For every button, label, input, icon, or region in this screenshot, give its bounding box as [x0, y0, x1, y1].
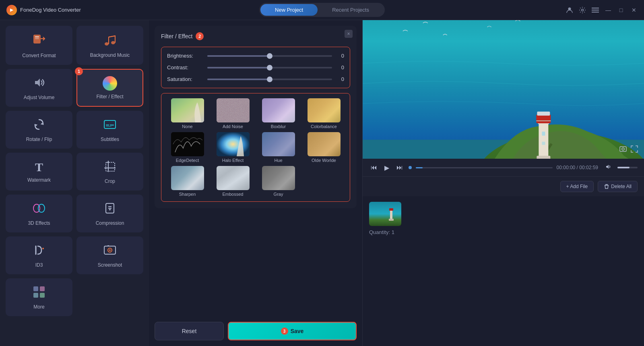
filter-sharpen[interactable]: Sharpen: [166, 166, 208, 197]
svg-rect-44: [536, 114, 551, 123]
svg-line-10: [109, 36, 115, 37]
current-time: 00:00:00: [557, 165, 576, 170]
skip-forward-button[interactable]: ⏭: [395, 163, 405, 172]
sidebar-item-rotate-flip[interactable]: Rotate / Flip: [6, 111, 72, 149]
new-project-tab[interactable]: New Project: [260, 4, 318, 16]
progress-track[interactable]: [416, 167, 553, 168]
brightness-thumb[interactable]: [267, 53, 272, 59]
sidebar-item-compression[interactable]: Compression: [76, 195, 143, 232]
filter-effect-badge: 1: [75, 67, 83, 75]
svg-rect-52: [369, 202, 401, 226]
brightness-track[interactable]: [207, 55, 332, 57]
3d-effects-icon: [32, 201, 46, 217]
more-label: More: [33, 304, 44, 310]
volume-bar[interactable]: [617, 167, 638, 168]
svg-point-1: [582, 9, 584, 11]
progress-fill: [416, 167, 423, 168]
filter-gray-label: Gray: [274, 192, 283, 197]
convert-format-icon: [32, 32, 46, 50]
reset-button[interactable]: Reset: [155, 322, 224, 340]
svg-point-23: [42, 248, 44, 249]
playback-dot: [409, 166, 412, 169]
filter-panel: Filter / Effect 2 × Brightness: 0 Contra…: [155, 26, 357, 208]
menu-icon[interactable]: [592, 6, 599, 14]
saturation-thumb[interactable]: [267, 77, 272, 82]
svg-rect-27: [107, 245, 109, 247]
filter-boxblur[interactable]: Boxblur: [257, 98, 299, 129]
maximize-button[interactable]: □: [617, 6, 625, 14]
svg-rect-50: [620, 147, 626, 151]
settings-icon[interactable]: [579, 6, 586, 14]
add-file-button[interactable]: + Add File: [560, 181, 594, 192]
minimize-button[interactable]: —: [605, 6, 612, 14]
fullscreen-button[interactable]: [630, 145, 638, 155]
saturation-track[interactable]: [207, 79, 332, 80]
filter-add-noise[interactable]: Add Noise: [212, 98, 254, 129]
contrast-row: Contrast: 0: [167, 64, 344, 70]
filter-none[interactable]: None: [166, 98, 208, 129]
contrast-fill: [207, 67, 270, 68]
background-music-icon: [103, 33, 117, 49]
file-mgmt: + Add File Delete All: [363, 176, 644, 196]
panel-close-button[interactable]: ×: [345, 30, 353, 38]
sidebar: Convert Format Background Music Adjust V…: [0, 20, 149, 346]
filter-panel-badge: 2: [196, 32, 204, 40]
filter-halo-effect[interactable]: Halo Effect: [212, 132, 254, 163]
sidebar-item-crop[interactable]: Crop: [76, 153, 143, 191]
user-icon[interactable]: [566, 6, 573, 14]
filter-edge-detect-thumb: [171, 132, 204, 156]
sliders-section: Brightness: 0 Contrast: 0: [161, 47, 350, 88]
sidebar-item-adjust-volume[interactable]: Adjust Volume: [6, 69, 72, 107]
sidebar-item-background-music[interactable]: Background Music: [76, 26, 143, 65]
filter-effect-label: Filter / Effect: [96, 94, 123, 99]
svg-rect-30: [33, 293, 38, 298]
recent-projects-tab[interactable]: Recent Projects: [318, 4, 384, 16]
svg-rect-35: [171, 132, 204, 156]
app-title: FoneDog Video Converter: [20, 7, 81, 13]
filters-section: None Add Noise: [161, 93, 350, 202]
filter-gray[interactable]: Gray: [257, 166, 299, 197]
svg-rect-31: [40, 293, 45, 298]
contrast-track[interactable]: [207, 67, 332, 68]
svg-point-26: [109, 249, 111, 251]
sidebar-item-watermark[interactable]: T Watermark: [6, 153, 72, 191]
filter-hue[interactable]: Hue: [257, 132, 299, 163]
screenshot-preview-button[interactable]: [619, 145, 627, 155]
save-button[interactable]: 3 Save: [228, 322, 357, 340]
panel-area: Filter / Effect 2 × Brightness: 0 Contra…: [149, 20, 362, 346]
sidebar-item-convert-format[interactable]: Convert Format: [6, 26, 72, 65]
filter-colorbalance[interactable]: Colorbalance: [303, 98, 345, 129]
save-label: Save: [291, 328, 304, 334]
saturation-row: Saturation: 0: [167, 76, 344, 82]
file-thumbnail[interactable]: [369, 202, 401, 226]
sidebar-item-screenshot[interactable]: Screenshot: [76, 236, 143, 274]
sidebar-item-filter-effect[interactable]: 1 Filter / Effect: [76, 69, 143, 107]
video-preview: [363, 20, 644, 159]
filter-none-label: None: [182, 124, 192, 129]
filter-olde-worlde[interactable]: Olde Worlde: [303, 132, 345, 163]
title-bar: ▶ FoneDog Video Converter New Project Re…: [0, 0, 644, 20]
filter-sharpen-thumb: [171, 166, 204, 190]
delete-all-button[interactable]: Delete All: [598, 181, 638, 192]
adjust-volume-label: Adjust Volume: [24, 95, 55, 100]
svg-rect-48: [542, 132, 545, 136]
skip-back-button[interactable]: ⏮: [369, 163, 379, 172]
thumb-scene-svg: [369, 202, 401, 226]
sidebar-item-more[interactable]: More: [6, 278, 72, 316]
filter-colorbalance-label: Colorbalance: [311, 124, 337, 129]
filter-edge-detect[interactable]: EdgeDetect: [166, 132, 208, 163]
svg-rect-47: [537, 156, 550, 159]
brightness-row: Brightness: 0: [167, 53, 344, 59]
sidebar-item-id3[interactable]: ID3: [6, 236, 72, 274]
svg-rect-2: [592, 8, 599, 8]
play-button[interactable]: ▶: [383, 163, 391, 172]
svg-rect-40: [363, 20, 644, 140]
subtitles-icon: [103, 117, 117, 133]
contrast-thumb[interactable]: [267, 65, 272, 70]
filter-embossed[interactable]: Embossed: [212, 166, 254, 197]
filter-colorbalance-thumb: [308, 98, 341, 122]
sidebar-item-3d-effects[interactable]: 3D Effects: [6, 195, 72, 232]
close-button[interactable]: ✕: [630, 6, 638, 14]
filter-embossed-label: Embossed: [223, 192, 244, 197]
sidebar-item-subtitles[interactable]: Subtitles: [76, 111, 143, 149]
